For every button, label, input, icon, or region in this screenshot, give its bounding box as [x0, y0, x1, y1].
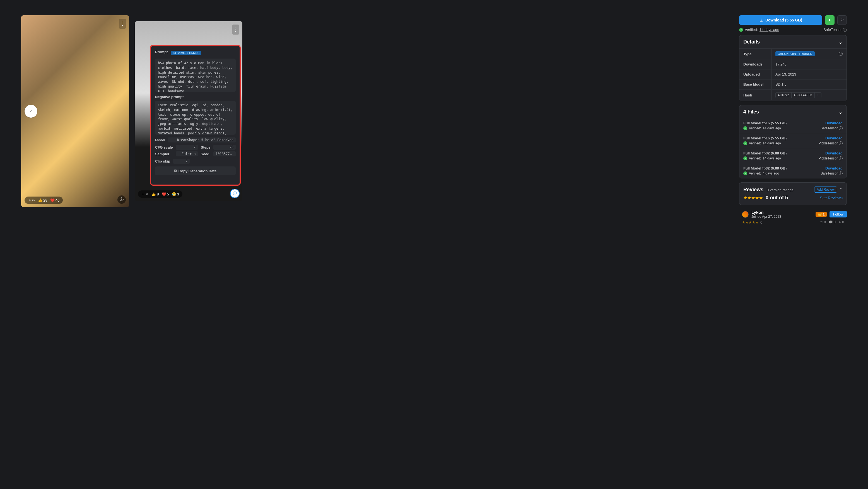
cfg-value: 7 [176, 145, 198, 150]
file-row: Full Model fp32 (6.88 GB)Download✓Verifi… [739, 148, 846, 163]
thumbs-reaction[interactable]: 👍8 [151, 192, 159, 196]
star-rating: ★★★★★ [743, 195, 763, 200]
favorite-button[interactable]: ♡ [837, 15, 847, 25]
gallery-image-1[interactable]: ⋮ ＋☺ 👍28 ❤️46 ⓘ [21, 15, 129, 207]
seed-label: Seed [201, 152, 211, 156]
star-rating-small: ★★★★★ [742, 220, 759, 224]
file-download-link[interactable]: Download [825, 121, 843, 125]
download-button[interactable]: Download (5.55 GB) [739, 15, 822, 25]
thumbs-reaction[interactable]: 👍28 [38, 198, 47, 202]
info-icon[interactable]: i [839, 171, 843, 175]
info-icon[interactable]: i [839, 141, 843, 145]
reaction-bar[interactable]: ＋☺ 👍8 ❤️5 😂3 [138, 190, 182, 198]
file-name: Full Model fp16 (5.55 GB) [743, 136, 786, 140]
copy-generation-button[interactable]: ⧉ Copy Generation Data [155, 166, 236, 175]
negative-prompt-text[interactable]: (semi-realistic, cgi, 3d, render, sketch… [155, 101, 236, 135]
prompt-label: Prompt [155, 50, 168, 54]
heart-reaction[interactable]: ❤️5 [162, 192, 169, 196]
info-icon[interactable]: ⓘ [117, 195, 126, 204]
help-icon[interactable]: ? [839, 52, 843, 56]
info-icon[interactable]: ⓘ [231, 189, 239, 198]
negative-prompt-label: Negative prompt [155, 95, 236, 99]
model-value: DreamShaper_5_beta2_BakedVae [167, 137, 236, 142]
tensor-type: PickleTensor [818, 156, 838, 160]
add-reaction-icon[interactable]: ＋☺ [28, 198, 35, 203]
reviews-title: Reviews [743, 187, 764, 193]
details-row-type: Type CHECKPOINT TRAINED? [739, 48, 846, 59]
shield-icon: ✓ [743, 141, 747, 145]
steps-value: 25 [213, 145, 236, 150]
avatar[interactable] [742, 211, 749, 218]
verified-label: Verified: [749, 141, 761, 145]
card-menu-icon[interactable]: ⋮ [232, 25, 239, 35]
details-row-uploaded: Uploaded Apr 13, 2023 [739, 69, 846, 79]
files-header[interactable]: 4 Files ⌃ [739, 105, 846, 118]
file-name: Full Model fp16 (5.55 GB) [743, 121, 786, 125]
generation-data-panel: Prompt TXT2IMG + HI-RES b&w photo of 42 … [150, 45, 241, 186]
file-download-link[interactable]: Download [825, 136, 843, 140]
copy-icon: ⧉ [174, 169, 177, 173]
verified-when[interactable]: 14 days ago [763, 141, 781, 145]
clip-label: Clip skip [155, 159, 170, 163]
verified-label: Verified: [749, 126, 761, 130]
shield-icon: ✓ [743, 156, 747, 160]
prompt-text[interactable]: b&w photo of 42 y.o man in black clothes… [155, 59, 236, 92]
verified-label: Verified: [749, 171, 761, 175]
file-row: Full Model fp16 (5.55 GB)Download✓Verifi… [739, 133, 846, 148]
reaction-bar[interactable]: ＋☺ 👍28 ❤️46 [25, 197, 63, 204]
sampler-label: Sampler [155, 152, 173, 156]
clip-value: 2 [173, 159, 190, 164]
info-icon[interactable]: i [843, 28, 847, 32]
hash-pill[interactable]: AUTOV2 A60CFAA90D › [775, 92, 822, 98]
verified-when[interactable]: 14 days ago [763, 126, 781, 130]
heart-reaction[interactable]: ❤️46 [50, 198, 59, 202]
cfg-label: CFG scale [155, 145, 173, 150]
tensor-type: SafeTensor [820, 126, 838, 130]
tensor-type: SafeTensor [824, 28, 842, 32]
details-row-basemodel: Base Model SD 1.5 [739, 79, 846, 90]
tensor-type: PickleTensor [818, 141, 838, 145]
shield-icon: ✓ [739, 28, 743, 32]
verified-when[interactable]: 4 days ago [763, 171, 779, 175]
details-row-downloads: Downloads 17,246 [739, 59, 846, 69]
info-icon[interactable]: i [839, 156, 843, 160]
sampler-value: Euler a [176, 152, 198, 156]
shield-icon: ✓ [743, 126, 747, 130]
file-download-link[interactable]: Download [825, 151, 843, 155]
previous-arrow[interactable] [25, 105, 37, 118]
add-reaction-icon[interactable]: ＋☺ [142, 192, 149, 197]
chevron-up-icon: ⌃ [838, 109, 843, 115]
author-row: Lykon Joined Apr 27, 2023 👑 1 Follow [739, 209, 847, 219]
author-name[interactable]: Lykon [751, 210, 813, 215]
seed-value: 101837754 [213, 152, 236, 156]
file-name: Full Model fp32 (6.88 GB) [743, 151, 786, 155]
file-row: Full Model fp16 (5.55 GB)Download✓Verifi… [739, 118, 846, 133]
verified-label: Verified: [749, 156, 761, 160]
chevron-down-icon[interactable]: ⌃ [839, 187, 843, 192]
play-button[interactable] [825, 15, 835, 25]
stat-downloads: ⬇ 0 [838, 220, 844, 224]
author-joined: Joined Apr 27, 2023 [751, 215, 813, 219]
stat-value: 0 [760, 221, 762, 224]
review-score: 0 out of 5 [766, 195, 788, 201]
chevron-up-icon: ⌃ [838, 39, 843, 45]
file-name: Full Model fp32 (6.88 GB) [743, 166, 786, 170]
add-review-button[interactable]: Add Review [814, 187, 837, 193]
see-reviews-link[interactable]: See Reviews [820, 196, 843, 200]
reviews-subtitle: 0 version ratings [767, 188, 793, 192]
details-header[interactable]: Details ⌃ [739, 35, 846, 48]
rank-badge: 👑 1 [815, 212, 827, 217]
tensor-type: SafeTensor [820, 171, 838, 175]
chevron-right-icon[interactable]: › [814, 93, 821, 98]
model-label: Model [155, 138, 165, 142]
info-icon[interactable]: i [839, 126, 843, 130]
gallery-image-2[interactable]: ⋮ Prompt TXT2IMG + HI-RES b&w photo of 4… [135, 21, 242, 201]
file-row: Full Model fp32 (6.88 GB)Download✓Verifi… [739, 163, 846, 178]
verified-when[interactable]: 14 days ago [763, 156, 781, 160]
follow-button[interactable]: Follow [830, 211, 847, 218]
prompt-type-badge: TXT2IMG + HI-RES [171, 51, 202, 55]
file-download-link[interactable]: Download [825, 166, 843, 170]
verified-when[interactable]: 14 days ago [760, 28, 779, 32]
grin-reaction[interactable]: 😂3 [172, 192, 179, 196]
card-menu-icon[interactable]: ⋮ [119, 19, 126, 29]
